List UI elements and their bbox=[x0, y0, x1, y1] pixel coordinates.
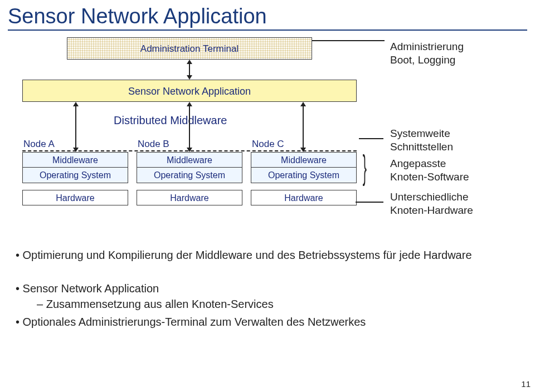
node-a-middleware: Middleware bbox=[22, 152, 128, 168]
bullet-3: • Optionales Administrierungs-Terminal z… bbox=[16, 315, 366, 330]
connector-systemweite bbox=[359, 138, 383, 139]
node-a: Node A Middleware Operating System Hardw… bbox=[22, 139, 128, 205]
svg-marker-7 bbox=[187, 102, 192, 106]
bullet-2-text: Sensor Network Application bbox=[23, 282, 159, 295]
nodes-row: Node A Middleware Operating System Hardw… bbox=[22, 139, 357, 205]
node-b-label: Node B bbox=[137, 139, 242, 150]
title-rule bbox=[8, 30, 527, 31]
svg-marker-2 bbox=[187, 75, 192, 80]
bullet-2: • Sensor Network Application bbox=[16, 281, 159, 296]
connector-admin bbox=[312, 40, 385, 41]
node-b-middleware: Middleware bbox=[137, 152, 242, 168]
annot-hardware: UnterschiedlicheKnoten-Hardware bbox=[390, 190, 473, 217]
node-b: Node B Middleware Operating System Hardw… bbox=[137, 139, 242, 205]
svg-marker-4 bbox=[73, 102, 79, 106]
page-title: Sensor Network Application bbox=[0, 0, 535, 30]
bullet-1: • Optimierung und Kompilierung der Middl… bbox=[16, 248, 472, 263]
node-c-os: Operating System bbox=[251, 168, 357, 183]
bullet-1-text: Optimierung und Kompilierung der Middlew… bbox=[23, 249, 472, 261]
annot-systemweite: SystemweiteSchnittstellen bbox=[390, 127, 453, 154]
page-number: 11 bbox=[521, 379, 531, 389]
annot-admin: AdministrierungBoot, Logging bbox=[390, 40, 464, 67]
node-b-os: Operating System bbox=[137, 168, 242, 183]
node-c-hardware: Hardware bbox=[251, 190, 357, 205]
svg-marker-10 bbox=[300, 102, 306, 106]
admin-terminal-box: Administration Terminal bbox=[67, 37, 312, 60]
annot-angepasste: AngepassteKnoten-Software bbox=[390, 157, 469, 184]
connector-hardware bbox=[356, 202, 383, 203]
distributed-middleware-label: Distributed Middleware bbox=[114, 114, 227, 127]
node-b-hardware: Hardware bbox=[137, 190, 242, 205]
diagram: Administration Terminal Sensor Network A… bbox=[22, 37, 379, 238]
brace-icon: } bbox=[363, 151, 367, 183]
arrow-admin-app bbox=[185, 60, 194, 80]
node-c: Node C Middleware Operating System Hardw… bbox=[251, 139, 357, 205]
node-a-hardware: Hardware bbox=[22, 190, 128, 205]
sensor-app-box: Sensor Network Application bbox=[22, 80, 357, 102]
node-a-label: Node A bbox=[22, 139, 128, 150]
subbullet-1-text: Zusammensetzung aus allen Knoten-Service… bbox=[46, 298, 274, 310]
node-c-middleware: Middleware bbox=[251, 152, 357, 168]
svg-marker-1 bbox=[187, 60, 192, 64]
node-c-label: Node C bbox=[251, 139, 357, 150]
node-a-os: Operating System bbox=[22, 168, 128, 183]
bullet-3-text: Optionales Administrierungs-Terminal zum… bbox=[23, 316, 366, 328]
subbullet-1: – Zusammensetzung aus allen Knoten-Servi… bbox=[37, 298, 274, 311]
